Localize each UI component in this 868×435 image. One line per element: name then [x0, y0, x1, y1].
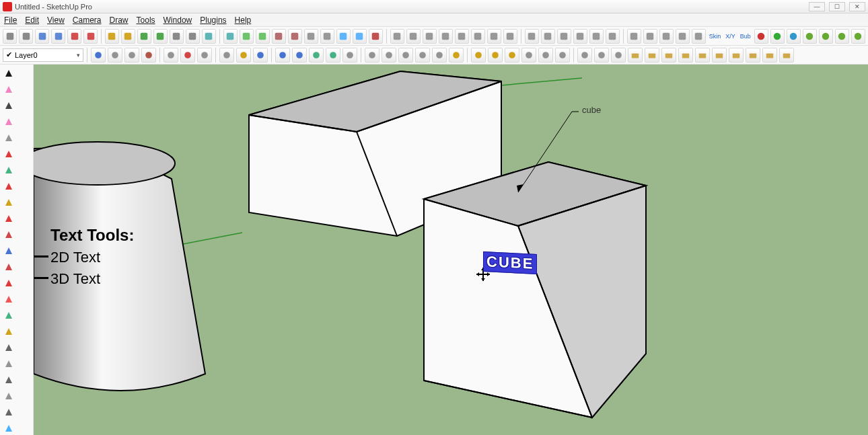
toolbar2-button-9[interactable] [253, 48, 268, 63]
toolbar1-button-0[interactable] [3, 29, 17, 44]
toolbar1-button-27[interactable] [455, 29, 469, 44]
left-tool-16[interactable] [1, 324, 16, 339]
toolbar2-button-2[interactable] [124, 48, 139, 63]
left-tool-18[interactable] [1, 356, 16, 371]
menu-window[interactable]: Window [164, 15, 192, 25]
toolbar1-button-13[interactable] [223, 29, 238, 44]
toolbar2-button-24[interactable] [521, 48, 536, 63]
toolbar1-button-24[interactable] [406, 29, 421, 44]
toolbar2-button-13[interactable] [326, 48, 340, 63]
menu-file[interactable]: File [4, 15, 17, 25]
toolbar1-button-26[interactable] [439, 29, 453, 44]
minimize-button[interactable]: — [809, 2, 825, 11]
toolbar2-button-28[interactable] [594, 48, 609, 63]
menu-camera[interactable]: Camera [73, 15, 102, 25]
left-tool-1[interactable] [1, 82, 16, 97]
toolbar2-button-10[interactable] [275, 48, 290, 63]
toolbar2-sandbox-1[interactable] [645, 48, 659, 63]
toolbar2-sandbox-3[interactable] [678, 48, 693, 63]
toolbar1-button-10[interactable] [170, 29, 184, 44]
toolbar1-button-38[interactable] [643, 29, 657, 44]
left-tool-17[interactable] [1, 340, 16, 355]
toolbar2-button-23[interactable] [505, 48, 519, 63]
left-tool-2[interactable] [1, 98, 16, 113]
toolbar2-button-18[interactable] [415, 48, 430, 63]
toolbar2-sandbox-4[interactable] [695, 48, 710, 63]
toolbar1-extra-1[interactable] [770, 29, 785, 44]
toolbar1-button-14[interactable] [240, 29, 254, 44]
toolbar2-button-20[interactable] [449, 48, 464, 63]
toolbar2-button-3[interactable] [141, 48, 156, 63]
toolbar1-button-5[interactable] [83, 29, 98, 44]
toolbar2-button-5[interactable] [180, 48, 195, 63]
left-tool-0[interactable] [1, 66, 16, 81]
left-tool-10[interactable] [1, 227, 16, 242]
toolbar1-button-33[interactable] [557, 29, 571, 44]
toolbar1-button-28[interactable] [471, 29, 485, 44]
menu-plugins[interactable]: Plugins [200, 15, 226, 25]
left-tool-8[interactable] [1, 195, 16, 210]
toolbar1-button-12[interactable] [202, 29, 216, 44]
toolbar1-extra-3[interactable] [803, 29, 817, 44]
toolbar2-button-19[interactable] [432, 48, 447, 63]
toolbar1-button-34[interactable] [573, 29, 587, 44]
toolbar2-button-0[interactable] [91, 48, 106, 63]
left-tool-9[interactable] [1, 211, 16, 226]
menu-tools[interactable]: Tools [137, 15, 155, 25]
text3d-cube[interactable]: CUBE [483, 251, 537, 274]
toolbar1-button-3[interactable] [51, 29, 65, 44]
toolbar1-button-1[interactable] [19, 29, 33, 44]
left-tool-13[interactable] [1, 276, 16, 290]
toolbar1-button-7[interactable] [121, 29, 135, 44]
toolbar1-button-16[interactable] [272, 29, 286, 44]
left-tool-3[interactable] [1, 114, 16, 129]
menu-help[interactable]: Help [235, 15, 252, 25]
left-tool-14[interactable] [1, 292, 16, 307]
toolbar1-extra-6[interactable] [851, 29, 865, 44]
toolbar2-sandbox-7[interactable] [746, 48, 760, 63]
toolbar1-button-6[interactable] [105, 29, 119, 44]
toolbar2-sandbox-6[interactable] [729, 48, 744, 63]
toolbar1-button-36[interactable] [606, 29, 620, 44]
toolbar2-button-12[interactable] [309, 48, 324, 63]
toolbar1-button-17[interactable] [288, 29, 302, 44]
toolbar2-button-15[interactable] [365, 48, 379, 63]
left-tool-15[interactable] [1, 308, 16, 323]
toolbar1-button-11[interactable] [186, 29, 200, 44]
toolbar1-extra-0[interactable] [754, 29, 768, 44]
toolbar1-button-18[interactable] [304, 29, 318, 44]
toolbar1-button-23[interactable] [390, 29, 404, 44]
left-tool-7[interactable] [1, 179, 16, 194]
toolbar2-sandbox-2[interactable] [661, 48, 676, 63]
toolbar1-button-2[interactable] [35, 29, 49, 44]
toolbar1-button-20[interactable] [336, 29, 351, 44]
maximize-button[interactable]: ☐ [829, 2, 845, 11]
menu-view[interactable]: View [47, 15, 65, 25]
toolbar1-button-35[interactable] [589, 29, 604, 44]
toolbar2-button-26[interactable] [555, 48, 570, 63]
toolbar2-sandbox-8[interactable] [762, 48, 777, 63]
toolbar1-button-9[interactable] [153, 29, 168, 44]
toolbar1-button-21[interactable] [353, 29, 367, 44]
menu-edit[interactable]: Edit [25, 15, 39, 25]
layer-selector[interactable]: ✔ Layer0▾ [3, 48, 83, 62]
leader-label[interactable]: cube [582, 105, 601, 115]
toolbar2-button-27[interactable] [577, 48, 592, 63]
left-tool-12[interactable] [1, 260, 16, 274]
left-tool-5[interactable] [1, 147, 16, 161]
toolbar1-button-29[interactable] [487, 29, 501, 44]
left-tool-20[interactable] [1, 389, 16, 403]
toolbar2-button-25[interactable] [538, 48, 553, 63]
toolbar1-button-30[interactable] [503, 29, 517, 44]
toolbar1-extra-4[interactable] [819, 29, 833, 44]
toolbar2-button-29[interactable] [611, 48, 626, 63]
toolbar1-button-39[interactable] [659, 29, 674, 44]
viewport-3d[interactable]: cube CUBE Text Tools: 2D Text 3D Text [34, 65, 868, 435]
toolbar2-sandbox-0[interactable] [628, 48, 643, 63]
close-button[interactable]: ✕ [849, 2, 865, 11]
toolbar2-button-22[interactable] [488, 48, 503, 63]
toolbar1-button-31[interactable] [525, 29, 539, 44]
toolbar1-button-25[interactable] [423, 29, 437, 44]
left-tool-4[interactable] [1, 130, 16, 145]
toolbar2-button-1[interactable] [108, 48, 122, 63]
